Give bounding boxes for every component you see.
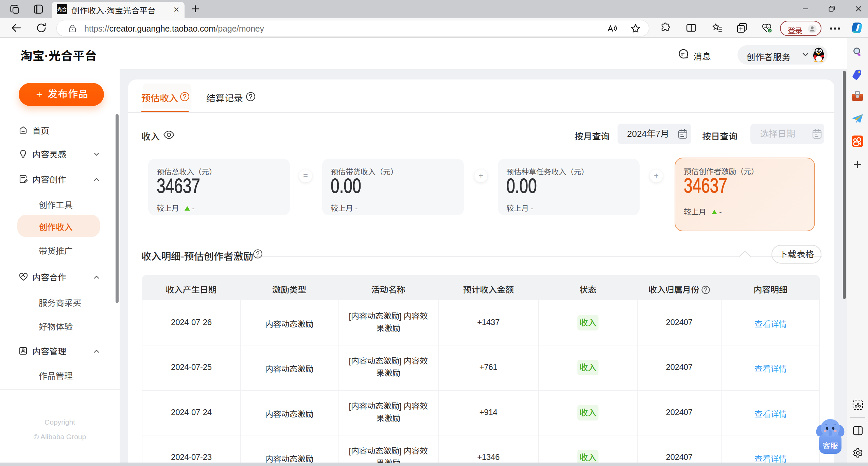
svg-text:客服: 客服 [822,440,838,451]
